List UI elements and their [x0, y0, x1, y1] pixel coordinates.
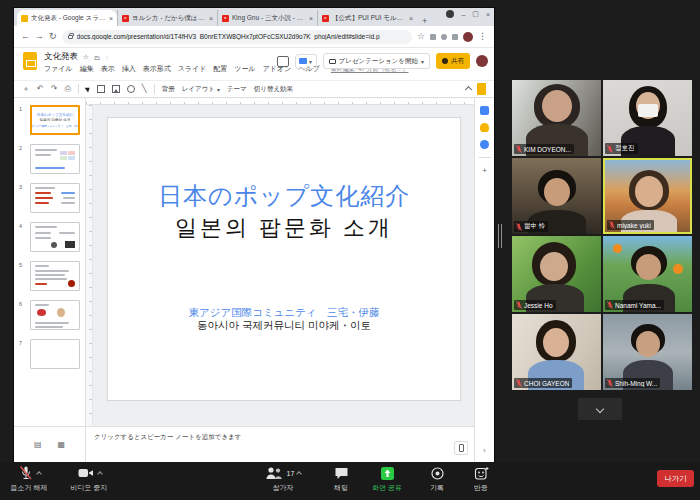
reactions-button[interactable]: 반응: [452, 465, 510, 493]
browser-tab-youtube-3[interactable]: ▸ 【公式】PUI PUI モルカー 第1話… ×: [317, 10, 417, 26]
participant-tile-jessie-ho[interactable]: Jessie Ho: [512, 236, 601, 312]
collapse-toolbar-icon[interactable]: [465, 85, 472, 92]
insert-line-icon[interactable]: ╲: [142, 85, 147, 93]
transition-button[interactable]: 切り替え効果: [254, 85, 293, 94]
youtube-favicon-icon: ▸: [222, 15, 229, 22]
insert-shape-icon[interactable]: [127, 85, 135, 93]
print-icon[interactable]: ⎙: [64, 85, 70, 93]
menu-view[interactable]: 表示: [101, 64, 115, 74]
document-title[interactable]: 文化発表: [44, 51, 78, 63]
menu-tools[interactable]: ツール: [234, 64, 255, 74]
star-document-icon[interactable]: ☆: [83, 53, 89, 61]
reload-icon[interactable]: ↻: [49, 32, 57, 41]
participant-name: Shih-Ming W...: [615, 380, 657, 387]
workspace-side-panel: + ›: [474, 98, 494, 462]
browser-profile-avatar[interactable]: [463, 32, 473, 42]
calendar-icon[interactable]: [480, 106, 489, 115]
extension-icon[interactable]: [430, 34, 436, 40]
audio-options-chevron-icon[interactable]: [36, 471, 42, 477]
slide-thumbnail-7[interactable]: [30, 339, 80, 369]
tab-close-icon[interactable]: ×: [109, 15, 113, 22]
browser-extension-avatar-icon[interactable]: [446, 10, 454, 18]
side-panel-expand-icon[interactable]: ›: [483, 447, 485, 454]
slide-subtitle-korean[interactable]: 동아시아 국제커뮤니티 미야케・이토: [108, 319, 460, 333]
google-slides-logo-icon[interactable]: [23, 52, 37, 70]
menu-insert[interactable]: 挿入: [122, 64, 136, 74]
window-close-button[interactable]: ×: [486, 11, 490, 18]
redo-icon[interactable]: ↷: [51, 85, 58, 93]
undo-icon[interactable]: ↶: [37, 85, 44, 93]
extension-icon[interactable]: [452, 34, 458, 40]
layout-button[interactable]: レイアウト▾: [182, 85, 220, 94]
slide-number: 6: [19, 301, 22, 307]
tab-close-icon[interactable]: ×: [309, 15, 313, 22]
filmstrip-view-icon[interactable]: ▤: [34, 440, 42, 449]
slide-title-japanese[interactable]: 日本のポップ文化紹介: [108, 180, 460, 212]
tasks-icon[interactable]: [480, 140, 489, 149]
participant-tile-kim-doyeon[interactable]: KIM DOYEON...: [512, 80, 601, 156]
tab-close-icon[interactable]: ×: [209, 15, 213, 22]
participant-tile-jeong-hojin[interactable]: 정호진: [603, 80, 692, 156]
menu-slide[interactable]: スライド: [178, 64, 207, 74]
browser-tab-youtube-1[interactable]: ▸ ヨルシカ - だから僕は音楽を辞めた… ×: [117, 10, 217, 26]
slides-app-header: 文化発表 ☆ 🗀 ◌ ファイル 編集 表示 挿入 表示形式 スライド 配置 ツー…: [14, 48, 494, 80]
explore-button[interactable]: [454, 441, 468, 455]
window-minimize-button[interactable]: –: [461, 11, 465, 18]
participant-tile-nanami-yama[interactable]: Nanami Yama...: [603, 236, 692, 312]
address-bar[interactable]: docs.google.com/presentation/d/1T4fHV3_B…: [62, 30, 412, 44]
bookmark-star-icon[interactable]: ☆: [417, 32, 425, 41]
collapse-video-grid-button[interactable]: [578, 398, 622, 420]
participant-tile-choi-gayeon[interactable]: CHOI GAYEON: [512, 314, 601, 390]
leave-meeting-button[interactable]: 나가기: [657, 470, 694, 487]
record-icon: [430, 466, 445, 481]
participants-options-chevron-icon[interactable]: [297, 471, 303, 477]
menu-file[interactable]: ファイル: [44, 64, 73, 74]
speaker-notes-area[interactable]: クリックするとスピーカー ノートを追加できます: [86, 426, 474, 462]
participant-tile-hatanaka[interactable]: 畠中 怜: [512, 158, 601, 234]
grid-view-icon[interactable]: ▦: [57, 440, 65, 449]
slide-subtitle-japanese[interactable]: 東アジア国際コミュニティ 三宅・伊藤: [108, 306, 460, 320]
add-addon-icon[interactable]: +: [482, 166, 487, 175]
theme-button[interactable]: テーマ: [227, 85, 247, 94]
slide-thumbnail-3[interactable]: [30, 183, 80, 213]
slide-thumbnail-4[interactable]: [30, 222, 80, 252]
participant-tile-shih-ming[interactable]: Shih-Ming W...: [603, 314, 692, 390]
current-slide[interactable]: 日本のポップ文化紹介 일본의 팝문화 소개 東アジア国際コミュニティ 三宅・伊藤…: [108, 118, 460, 400]
extension-icon[interactable]: [441, 34, 447, 40]
share-button[interactable]: 共有: [436, 53, 470, 69]
insert-image-icon[interactable]: [112, 85, 120, 93]
participant-name: Nanami Yama...: [615, 302, 661, 309]
browser-tab-youtube-2[interactable]: ▸ King Gnu - 三文小説 - YouTube ×: [217, 10, 317, 26]
slide-thumbnail-5[interactable]: [30, 261, 80, 291]
text-box-icon[interactable]: [97, 85, 105, 93]
background-button[interactable]: 背景: [162, 85, 175, 94]
comment-history-icon[interactable]: [277, 56, 289, 67]
back-icon[interactable]: ←: [21, 32, 30, 41]
new-slide-button[interactable]: ＋: [22, 85, 30, 93]
slideshow-icon-button[interactable]: ▾: [295, 54, 317, 69]
menu-arrange[interactable]: 配置: [213, 64, 227, 74]
move-folder-icon[interactable]: 🗀: [94, 54, 101, 61]
participants-button[interactable]: 17 참가자: [252, 465, 314, 493]
panel-resize-handle[interactable]: [498, 224, 503, 248]
stop-video-button[interactable]: 비디오 중지: [58, 465, 120, 493]
slide-thumbnail-1-selected[interactable]: 日本のポップ文化紹介 일본의 팝문화 소개 東アジア国際コミュニティ 三宅・伊藤: [30, 105, 80, 135]
tab-close-icon[interactable]: ×: [409, 15, 413, 22]
slide-thumbnail-6[interactable]: [30, 300, 80, 330]
present-button[interactable]: プレゼンテーションを開始 ▾: [323, 53, 430, 69]
keep-icon[interactable]: [480, 123, 489, 132]
select-cursor-icon[interactable]: [84, 85, 91, 92]
window-maximize-button[interactable]: ▢: [472, 10, 479, 18]
slide-thumbnail-2[interactable]: [30, 144, 80, 174]
unmute-button[interactable]: 음소거 해제: [0, 465, 58, 493]
menu-edit[interactable]: 編集: [80, 64, 94, 74]
account-avatar[interactable]: [476, 55, 488, 67]
browser-tab-slides[interactable]: 文化発表 - Google スライド ×: [17, 10, 117, 26]
slide-title-korean[interactable]: 일본의 팝문화 소개: [108, 213, 460, 243]
browser-menu-kebab-icon[interactable]: ⋮: [478, 32, 487, 41]
video-options-chevron-icon[interactable]: [97, 471, 103, 477]
participant-tile-miyake-yuki-active-speaker[interactable]: miyake yuki: [603, 158, 692, 234]
new-tab-button[interactable]: +: [422, 16, 427, 26]
menu-format[interactable]: 表示形式: [143, 64, 171, 74]
forward-icon[interactable]: →: [35, 32, 44, 41]
